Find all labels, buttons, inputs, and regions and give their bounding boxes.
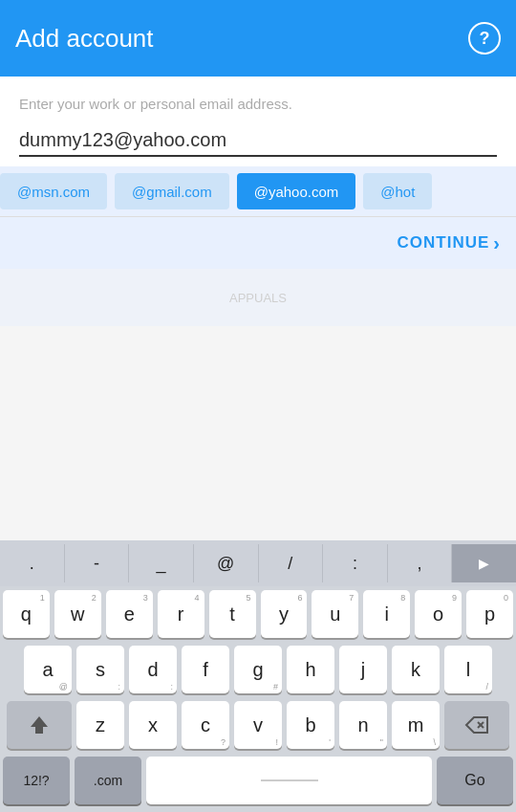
email-input-wrapper bbox=[19, 129, 497, 157]
key-c[interactable]: c? bbox=[182, 701, 229, 749]
help-icon[interactable]: ? bbox=[468, 22, 501, 55]
sym-key-slash[interactable]: / bbox=[259, 544, 324, 582]
key-g[interactable]: g# bbox=[234, 646, 282, 693]
key-o[interactable]: 9o bbox=[415, 590, 462, 638]
backspace-key[interactable] bbox=[444, 701, 509, 749]
keyboard: . - _ @ / : , ▶ 1q 2w 3e 4r 5t 6y 7u 8i … bbox=[0, 540, 516, 812]
keyboard-bottom-row: 12!? .com Go bbox=[0, 753, 516, 812]
key-w[interactable]: 2w bbox=[54, 590, 101, 638]
key-e[interactable]: 3e bbox=[106, 590, 153, 638]
sym-key-underscore[interactable]: _ bbox=[129, 544, 194, 582]
key-h[interactable]: h bbox=[287, 646, 334, 693]
key-t[interactable]: 5t bbox=[209, 590, 256, 638]
key-u[interactable]: 7u bbox=[312, 590, 358, 638]
space-key[interactable] bbox=[146, 757, 432, 804]
chip-yahoo[interactable]: @yahoo.com bbox=[237, 173, 356, 209]
key-z[interactable]: z bbox=[76, 701, 124, 749]
symbol-row: . - _ @ / : , ▶ bbox=[0, 540, 516, 586]
email-form: Enter your work or personal email addres… bbox=[0, 77, 516, 166]
watermark-text: APPUALS bbox=[229, 291, 287, 305]
keyboard-row-3: z x c? v! b' n" m\ bbox=[0, 697, 516, 753]
dotcom-key[interactable]: .com bbox=[75, 757, 141, 804]
key-k[interactable]: k bbox=[392, 646, 440, 693]
sym-key-dash[interactable]: - bbox=[65, 544, 130, 582]
keyboard-row-1: 1q 2w 3e 4r 5t 6y 7u 8i 9o 0p bbox=[0, 586, 516, 642]
key-m[interactable]: m\ bbox=[392, 701, 440, 749]
space-bar-indicator bbox=[261, 779, 318, 781]
shift-key[interactable] bbox=[7, 701, 72, 749]
watermark-area: APPUALS bbox=[0, 269, 516, 326]
svg-marker-1 bbox=[466, 717, 487, 733]
page-title: Add account bbox=[15, 24, 154, 54]
key-y[interactable]: 6y bbox=[261, 590, 308, 638]
key-s[interactable]: s: bbox=[76, 646, 124, 693]
key-p[interactable]: 0p bbox=[466, 590, 513, 638]
continue-bar: CONTINUE › bbox=[0, 216, 516, 269]
key-b[interactable]: b' bbox=[287, 701, 334, 749]
email-input[interactable] bbox=[19, 129, 497, 151]
keyboard-row-2: a@ s: d: f g# h j k l/ bbox=[0, 642, 516, 697]
email-chips-bar: @msn.com @gmail.com @yahoo.com @hot bbox=[0, 166, 516, 216]
sym-key-period[interactable]: . bbox=[0, 544, 65, 582]
key-f[interactable]: f bbox=[182, 646, 229, 693]
chip-hotmail[interactable]: @hot bbox=[363, 173, 432, 209]
svg-marker-0 bbox=[31, 716, 48, 734]
continue-button[interactable]: CONTINUE › bbox=[398, 232, 501, 254]
sym-key-colon[interactable]: : bbox=[323, 544, 388, 582]
continue-label: CONTINUE bbox=[398, 233, 490, 252]
key-l[interactable]: l/ bbox=[444, 646, 492, 693]
key-q[interactable]: 1q bbox=[3, 590, 50, 638]
sym-key-comma[interactable]: , bbox=[388, 544, 453, 582]
continue-chevron-icon: › bbox=[493, 232, 501, 254]
key-i[interactable]: 8i bbox=[363, 590, 410, 638]
email-hint-text: Enter your work or personal email addres… bbox=[19, 96, 497, 112]
key-a[interactable]: a@ bbox=[24, 646, 72, 693]
chip-msn[interactable]: @msn.com bbox=[0, 173, 107, 209]
key-j[interactable]: j bbox=[339, 646, 387, 693]
chip-gmail[interactable]: @gmail.com bbox=[115, 173, 229, 209]
app-header: Add account ? bbox=[0, 0, 516, 77]
key-r[interactable]: 4r bbox=[158, 590, 204, 638]
go-key[interactable]: Go bbox=[437, 757, 513, 804]
arrow-right-key[interactable]: ▶ bbox=[452, 544, 516, 582]
key-n[interactable]: n" bbox=[339, 701, 387, 749]
numeric-key[interactable]: 12!? bbox=[3, 757, 70, 804]
sym-key-at[interactable]: @ bbox=[194, 544, 259, 582]
key-x[interactable]: x bbox=[129, 701, 177, 749]
key-v[interactable]: v! bbox=[234, 701, 282, 749]
key-d[interactable]: d: bbox=[129, 646, 177, 693]
